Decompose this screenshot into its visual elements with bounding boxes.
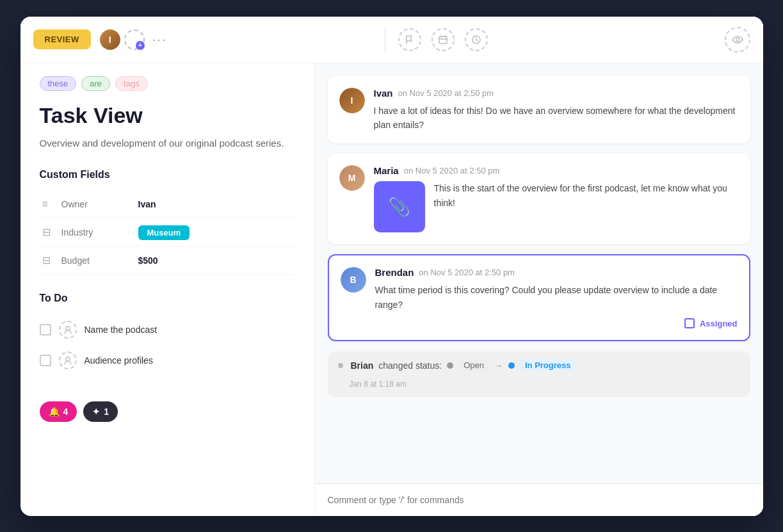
avatar-group: I + [99,28,145,51]
assigned-checkbox[interactable] [684,318,695,328]
comment-text-brendan: What time period is this covering? Could… [375,283,738,312]
comment-body-brendan: Brendan on Nov 5 2020 at 2:50 pm What ti… [375,267,738,328]
field-owner-value[interactable]: Ivan [136,191,295,218]
comment-header-brendan: Brendan on Nov 5 2020 at 2:50 pm [375,267,738,278]
svg-point-4 [66,357,70,361]
status-action: changed status: [378,360,442,371]
notification-badge-dark[interactable]: ✦ 1 [83,401,118,422]
comment-text-maria: This is the start of the overview for th… [434,181,739,210]
left-panel: these are tags Task View Overview and de… [20,63,315,516]
plus-icon: + [136,41,145,50]
notification-count-dark: 1 [104,407,109,417]
todo-item-2: Audience profiles [40,345,295,376]
todo-assignee-icon-2 [59,351,77,369]
status-dot-blue [508,362,515,369]
notification-icon-pink: 🔔 [49,407,60,417]
status-arrow: → [494,360,503,371]
status-change: Brian changed status: Open → In Progress… [328,351,750,397]
comment-ivan: I Ivan on Nov 5 2020 at 2:50 pm I have a… [328,76,750,144]
field-industry: ⊟ Industry Museum [40,218,295,246]
comment-author-maria: Maria [374,165,399,176]
assigned-label: Assigned [700,319,738,328]
comment-avatar-brendan: B [341,267,366,293]
field-industry-value[interactable]: Museum [136,218,295,246]
main-content: these are tags Task View Overview and de… [20,63,763,516]
top-bar: REVIEW I + ··· [20,17,763,63]
avatar-user: I [99,28,122,51]
custom-fields-table: ≡ Owner Ivan ⊟ Industry Museum ⊟ Budget [40,191,295,275]
todo-assignee-icon-1 [59,321,77,339]
notification-icon-dark: ✦ [92,407,100,417]
comment-time-brendan: on Nov 5 2020 at 2:50 pm [419,268,515,277]
custom-fields-heading: Custom Fields [40,169,295,181]
left-section: REVIEW I + ··· [33,28,385,51]
comment-maria: M Maria on Nov 5 2020 at 2:50 pm 📎 This … [328,154,750,244]
field-industry-label: Industry [59,218,136,246]
todo-section: To Do Name the podcast [40,293,295,376]
review-badge: REVIEW [33,29,91,49]
bottom-badges-area: 🔔 4 ✦ 1 [40,376,295,422]
status-dot-gray [447,362,453,369]
eye-icon-button[interactable] [725,27,750,52]
museum-badge: Museum [138,225,190,240]
field-budget-value[interactable]: $500 [136,246,295,275]
notification-count-pink: 4 [63,407,69,417]
todo-checkbox-1[interactable] [40,324,51,335]
assigned-row: Assigned [375,318,738,328]
svg-point-3 [66,326,70,330]
field-industry-icon: ⊟ [40,218,59,246]
clock-icon-button[interactable] [465,28,488,51]
tags-row: these are tags [40,76,295,91]
right-panel: I Ivan on Nov 5 2020 at 2:50 pm I have a… [315,63,763,516]
comment-text-ivan: I have a lot of ideas for this! Do we ha… [374,104,739,133]
comment-body-ivan: Ivan on Nov 5 2020 at 2:50 pm I have a l… [374,88,739,133]
comment-author-brendan: Brendan [375,267,414,278]
tag-are[interactable]: are [81,76,110,91]
flag-icon-button[interactable] [398,28,421,51]
toolbar-icons [398,28,488,51]
status-time: Jan 8 at 1:18 am [350,380,407,389]
more-options-button[interactable]: ··· [152,32,167,47]
todo-checkbox-2[interactable] [40,355,51,366]
todo-item-1: Name the podcast [40,314,295,345]
add-member-button[interactable]: + [124,29,145,50]
todo-label-2: Audience profiles [85,355,153,366]
task-title: Task View [40,102,295,129]
status-from: Open [458,359,489,371]
todo-heading: To Do [40,293,295,304]
svg-rect-0 [439,36,447,44]
comment-time-maria: on Nov 5 2020 at 2:50 pm [404,166,500,175]
comment-avatar-maria: M [339,165,365,191]
calendar-icon-button[interactable] [432,28,455,51]
app-container: REVIEW I + ··· [20,17,763,516]
field-budget-icon: ⊟ [40,246,59,275]
attachment-icon[interactable]: 📎 [374,181,425,232]
comments-area: I Ivan on Nov 5 2020 at 2:50 pm I have a… [315,63,763,483]
comment-author-ivan: Ivan [374,88,393,99]
field-budget: ⊟ Budget $500 [40,246,295,275]
field-owner-icon: ≡ [40,191,59,218]
comment-input-bar [315,483,763,516]
comment-time-ivan: on Nov 5 2020 at 2:50 pm [398,88,494,98]
comment-attachment-row: 📎 This is the start of the overview for … [374,181,739,232]
svg-point-2 [736,38,739,41]
status-dot-indicator [338,363,343,368]
status-to: In Progress [520,359,576,371]
comment-avatar-ivan: I [339,88,365,113]
field-owner-label: Owner [59,191,136,218]
comment-input[interactable] [328,495,750,505]
field-owner: ≡ Owner Ivan [40,191,295,218]
comment-header-ivan: Ivan on Nov 5 2020 at 2:50 pm [374,88,739,99]
comment-brendan: B Brendan on Nov 5 2020 at 2:50 pm What … [328,254,750,341]
task-description: Overview and development of our original… [40,136,295,151]
comment-header-maria: Maria on Nov 5 2020 at 2:50 pm [374,165,739,176]
tag-these[interactable]: these [40,76,77,91]
notification-badge-pink[interactable]: 🔔 4 [40,401,77,422]
tag-tags[interactable]: tags [115,76,148,91]
field-budget-label: Budget [59,246,136,275]
status-author: Brian [351,360,374,371]
comment-body-maria: Maria on Nov 5 2020 at 2:50 pm 📎 This is… [374,165,739,232]
todo-label-1: Name the podcast [85,325,157,335]
right-toolbar [385,27,750,52]
